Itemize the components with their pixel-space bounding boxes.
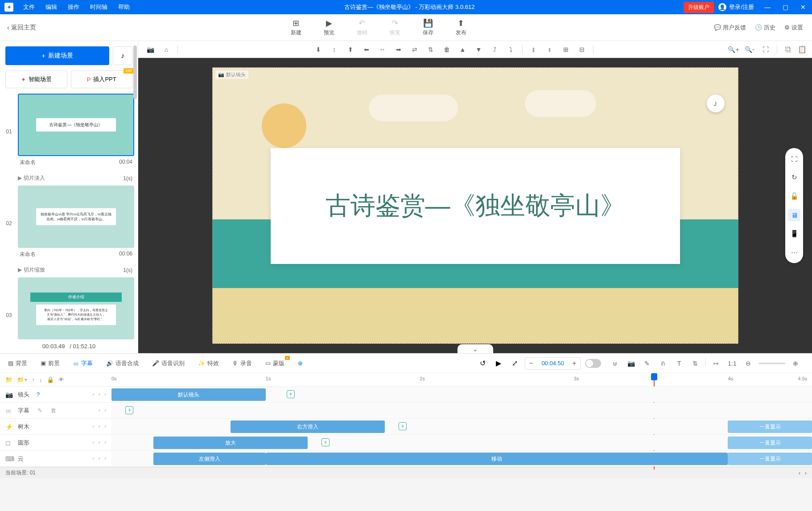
align-left-tool[interactable]: ⬅ [360, 43, 373, 56]
add-keyframe-button[interactable]: + [399, 422, 407, 430]
settings-button[interactable]: ⚙设置 [784, 24, 803, 32]
collapse-button[interactable]: ⌄ [458, 344, 493, 353]
track-dot[interactable]: • [99, 408, 100, 413]
ungroup-tool[interactable]: ⊟ [575, 43, 589, 56]
clip-camera[interactable]: 默认镜头 [111, 388, 266, 401]
feedback-button[interactable]: 💬用户反馈 [714, 24, 746, 32]
preview-button[interactable]: ▶预览 [324, 18, 334, 37]
clip-slide-right[interactable]: 右方滑入 [231, 420, 385, 433]
add-keyframe-button[interactable]: + [125, 406, 133, 414]
flip-h-tool[interactable]: ⇄ [408, 43, 421, 56]
track-dot[interactable]: • [99, 456, 100, 461]
add-keyframe-button[interactable]: + [287, 390, 295, 398]
snap-tool[interactable]: ⊍ [609, 358, 621, 369]
music-button[interactable]: ♪ [113, 46, 132, 65]
track-dot[interactable]: • [99, 440, 100, 445]
import-ppt-button[interactable]: P插入PPTVIP [71, 70, 133, 88]
time-minus-button[interactable]: − [525, 358, 537, 369]
clip-move[interactable]: 移动 [266, 453, 728, 465]
clip-always-show[interactable]: 一直显示 [728, 453, 812, 465]
filter-tool[interactable]: ⫙ [657, 358, 669, 369]
login-button[interactable]: 👤 登录/注册 [714, 3, 758, 11]
back-button[interactable]: ‹ 返回主页 [0, 24, 43, 32]
tab-subtitle[interactable]: ㏄字幕 [70, 358, 95, 369]
help-icon[interactable]: ? [37, 391, 40, 398]
edit-tool[interactable]: ✎ [641, 358, 653, 369]
tab-overlay[interactable]: ▭蒙版V [263, 358, 287, 369]
sort-tool[interactable]: ⇅ [689, 358, 701, 369]
upgrade-button[interactable]: 升级账户 [684, 2, 714, 13]
tab-more[interactable]: ⊕ [295, 358, 305, 368]
track-dot[interactable]: • [104, 456, 106, 461]
scene-item[interactable]: 03 作者介绍 李白（701年－762年），字太白，号青莲居士又号"谪仙人"，唐… [4, 277, 134, 339]
save-button[interactable]: 💾保存 [423, 18, 433, 37]
clip-always-show[interactable]: 一直显示 [728, 437, 812, 449]
cloud-shape[interactable] [369, 95, 458, 121]
track-dot[interactable]: • [99, 392, 100, 397]
text-tool[interactable]: T [673, 358, 685, 369]
tab-tts[interactable]: 🔊语音合成 [103, 358, 141, 369]
delete-tool[interactable]: 🗑 [440, 43, 453, 56]
scroll-right-button[interactable]: › [805, 470, 807, 476]
music-float-button[interactable]: ♪ [707, 95, 725, 112]
clip-zoom[interactable]: 放大 [153, 437, 308, 449]
mobile-view-tool[interactable]: 📱 [788, 227, 800, 240]
desktop-view-tool[interactable]: 🖥 [788, 209, 800, 221]
fullscreen-tool[interactable]: ⛶ [788, 152, 800, 165]
track-dot[interactable]: • [92, 456, 94, 461]
scene-thumbnail[interactable]: 古诗鉴赏—《独坐敬亭山》 [18, 94, 134, 156]
arrow-up-icon[interactable]: ↑ [32, 376, 35, 383]
marker-tool[interactable]: ↦ [710, 358, 722, 369]
zoom-in-button[interactable]: ⊕ [790, 358, 801, 369]
playhead[interactable] [651, 373, 657, 380]
align-center-tool[interactable]: ↔ [376, 43, 389, 56]
menu-edit[interactable]: 编辑 [40, 0, 62, 14]
distribute-h-tool[interactable]: ⫿ [527, 43, 540, 56]
add-keyframe-button[interactable]: + [322, 438, 330, 446]
align-middle-tool[interactable]: ↕ [328, 43, 341, 56]
ratio-tool[interactable]: 1:1 [726, 358, 738, 369]
redo-button[interactable]: ↷恢复 [390, 18, 400, 37]
camera-tool[interactable]: 📷 [625, 358, 637, 369]
track-dot[interactable]: • [104, 440, 106, 445]
smart-scene-button[interactable]: ✦智能场景 [5, 70, 67, 88]
zoom-out-tool[interactable]: 🔍- [743, 43, 756, 56]
tab-foreground[interactable]: ▣前景 [38, 358, 62, 369]
time-plus-button[interactable]: + [569, 358, 580, 369]
canvas-stage[interactable]: 📷默认镜头 古诗鉴赏—《独坐敬亭山》 ♪ [212, 67, 738, 344]
edit-icon[interactable]: ✎ [37, 407, 42, 414]
track-dot[interactable]: • [104, 408, 106, 413]
lock-tool[interactable]: 🔓 [788, 190, 800, 202]
new-button[interactable]: ⊞新建 [291, 18, 301, 37]
track-dot[interactable]: • [92, 424, 94, 429]
scene-thumbnail[interactable]: 独坐敬亭山\n唐 李白\n众鸟高飞尽，\n孤云独去闲。\n相看两不厌，\n只有敬… [18, 185, 134, 248]
layer-top-tool[interactable]: ⤴ [488, 43, 502, 56]
scene-transition[interactable]: ▶切片淡入1(s) [4, 173, 134, 185]
scroll-left-button[interactable]: ‹ [799, 470, 800, 476]
sun-shape[interactable] [262, 103, 306, 148]
scrollbar-thumb[interactable] [133, 45, 137, 99]
align-top-tool[interactable]: ⬆ [344, 43, 357, 56]
tab-asr[interactable]: 🎤语音识别 [149, 358, 187, 369]
paste-tool[interactable]: 📋 [798, 45, 807, 54]
home-tool[interactable]: ⌂ [160, 43, 173, 56]
cloud-shape[interactable] [525, 90, 596, 117]
arrow-down-icon[interactable]: ↓ [39, 376, 42, 383]
menu-action[interactable]: 操作 [62, 0, 85, 14]
layer-up-tool[interactable]: ▲ [456, 43, 470, 56]
scene-item[interactable]: 02 独坐敬亭山\n唐 李白\n众鸟高飞尽，\n孤云独去闲。\n相看两不厌，\n… [4, 185, 134, 261]
align-right-tool[interactable]: ➡ [392, 43, 405, 56]
tab-record[interactable]: 🎙录音 [230, 358, 255, 369]
canvas-viewport[interactable]: 📷默认镜头 古诗鉴赏—《独坐敬亭山》 ♪ ⛶ ↻ 🔓 🖥 📱 ⋯ ⌄ [138, 58, 812, 353]
distribute-v-tool[interactable]: ⫾ [543, 43, 556, 56]
copy-tool[interactable]: ⿻ [782, 43, 795, 56]
menu-timeline[interactable]: 时间轴 [85, 0, 113, 14]
track-dot[interactable]: • [92, 392, 94, 397]
track-dot[interactable]: • [104, 392, 106, 397]
align-bottom-tool[interactable]: ⬇ [312, 43, 325, 56]
layer-down-tool[interactable]: ▼ [472, 43, 486, 56]
scene-transition[interactable]: ▶切片缩放1(s) [4, 264, 134, 277]
fit-tool[interactable]: ⛶ [759, 43, 772, 56]
more-tool[interactable]: ⋯ [788, 246, 800, 259]
delete-icon[interactable]: 🗑 [50, 407, 56, 414]
